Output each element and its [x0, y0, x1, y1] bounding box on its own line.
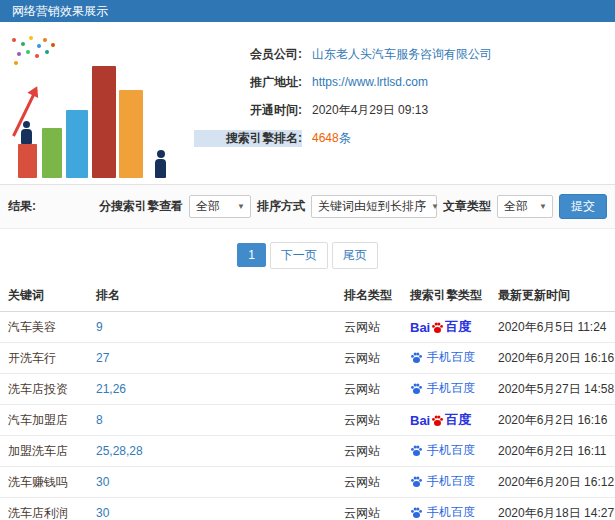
next-page-button[interactable]: 下一页: [270, 242, 328, 269]
time-cell: 2020年6月2日 16:16: [490, 405, 615, 436]
rank-type-cell: 云网站: [336, 436, 402, 467]
article-type-label: 文章类型: [443, 198, 491, 215]
paw-icon: [410, 382, 423, 395]
keyword-cell: 汽车美容: [0, 312, 88, 343]
rank-count-unit: 条: [339, 130, 351, 147]
mobile-baidu-logo: 手机百度: [410, 349, 475, 366]
info-row-rank-count: 搜索引擎排名: 4648条: [194, 124, 492, 152]
paw-icon: [410, 475, 423, 488]
table-row: 洗车店投资21,26云网站手机百度2020年5月27日 14:58: [0, 374, 615, 405]
time-cell: 2020年6月20日 16:12: [490, 467, 615, 498]
article-type-select[interactable]: 全部 ▼: [497, 195, 553, 218]
engine-cell: 手机百度: [402, 467, 490, 498]
paw-icon: [410, 351, 423, 364]
mobile-baidu-logo: 手机百度: [410, 504, 475, 520]
header-rank-type: 排名类型: [336, 280, 402, 312]
rankings-table: 关键词 排名 排名类型 搜索引擎类型 最新更新时间 汽车美容9云网站Bai百度2…: [0, 280, 615, 520]
top-section: 会员公司: 山东老人头汽车服务咨询有限公司 推广地址: https://www.…: [0, 22, 615, 184]
chart-bar: [42, 128, 62, 178]
rank-cell: 9: [88, 312, 336, 343]
header-update-time: 最新更新时间: [490, 280, 615, 312]
chevron-down-icon: ▼: [539, 202, 547, 211]
rank-cell: 25,28,28: [88, 436, 336, 467]
rank-cell: 30: [88, 467, 336, 498]
sort-select[interactable]: 关键词由短到长排序 ▼: [311, 195, 437, 218]
promo-url-label: 推广地址:: [194, 74, 302, 91]
time-cell: 2020年6月20日 16:16: [490, 343, 615, 374]
time-cell: 2020年6月18日 14:27: [490, 498, 615, 520]
engine-cell: 手机百度: [402, 374, 490, 405]
rank-type-cell: 云网站: [336, 405, 402, 436]
chart-bar: [119, 90, 143, 178]
info-row-company: 会员公司: 山东老人头汽车服务咨询有限公司: [194, 40, 492, 68]
table-row: 洗车赚钱吗30云网站手机百度2020年6月20日 16:12: [0, 467, 615, 498]
engine-filter-label: 分搜索引擎查看: [99, 198, 183, 215]
chart-bar: [66, 110, 88, 178]
person-figure: [155, 150, 166, 178]
result-label: 结果:: [8, 198, 36, 215]
open-time-label: 开通时间:: [194, 102, 302, 119]
page-1-button[interactable]: 1: [237, 243, 266, 267]
paw-icon: [431, 321, 444, 334]
table-row: 加盟洗车店25,28,28云网站手机百度2020年6月2日 16:11: [0, 436, 615, 467]
submit-button[interactable]: 提交: [559, 194, 607, 219]
rank-cell: 21,26: [88, 374, 336, 405]
open-time-value: 2020年4月29日 09:13: [312, 102, 428, 119]
chevron-down-icon: ▼: [431, 202, 439, 211]
engine-select-value: 全部: [196, 198, 220, 215]
baidu-logo: Bai百度: [410, 411, 471, 429]
header-rank: 排名: [88, 280, 336, 312]
header-keyword: 关键词: [0, 280, 88, 312]
time-cell: 2020年5月27日 14:58: [490, 374, 615, 405]
confetti-dots: [12, 38, 16, 42]
engine-cell: 手机百度: [402, 498, 490, 520]
mobile-baidu-logo: 手机百度: [410, 473, 475, 490]
last-page-button[interactable]: 尾页: [332, 242, 378, 269]
page-title: 网络营销效果展示: [12, 4, 108, 18]
engine-cell: Bai百度: [402, 405, 490, 436]
bar-chart-illustration: [6, 30, 178, 180]
chart-bar: [18, 144, 37, 178]
company-link[interactable]: 山东老人头汽车服务咨询有限公司: [312, 46, 492, 63]
table-row: 洗车店利润30云网站手机百度2020年6月18日 14:27: [0, 498, 615, 520]
rank-type-cell: 云网站: [336, 498, 402, 520]
sort-filter-label: 排序方式: [257, 198, 305, 215]
page: 网络营销效果展示 会员公司: 山东老人头汽车服务咨询有限公司 推广地址: htt…: [0, 0, 615, 520]
titlebar: 网络营销效果展示: [0, 0, 615, 22]
mobile-baidu-logo: 手机百度: [410, 380, 475, 397]
engine-select[interactable]: 全部 ▼: [189, 195, 251, 218]
filter-group: 分搜索引擎查看 全部 ▼ 排序方式 关键词由短到长排序 ▼ 文章类型 全部 ▼ …: [99, 194, 607, 219]
rank-count-label: 搜索引擎排名:: [194, 130, 302, 147]
keyword-cell: 洗车店利润: [0, 498, 88, 520]
rank-type-cell: 云网站: [336, 312, 402, 343]
baidu-logo: Bai百度: [410, 318, 471, 336]
rank-type-cell: 云网站: [336, 467, 402, 498]
info-row-url: 推广地址: https://www.lrtlsd.com: [194, 68, 492, 96]
rank-cell: 30: [88, 498, 336, 520]
table-body: 汽车美容9云网站Bai百度2020年6月5日 11:24开洗车行27云网站手机百…: [0, 312, 615, 520]
paw-icon: [410, 444, 423, 457]
member-info: 会员公司: 山东老人头汽车服务咨询有限公司 推广地址: https://www.…: [194, 30, 492, 184]
promo-url-link[interactable]: https://www.lrtlsd.com: [312, 75, 428, 89]
table-row: 汽车美容9云网站Bai百度2020年6月5日 11:24: [0, 312, 615, 343]
company-label: 会员公司:: [194, 46, 302, 63]
chevron-down-icon: ▼: [237, 202, 245, 211]
time-cell: 2020年6月2日 16:11: [490, 436, 615, 467]
table-row: 汽车加盟店8云网站Bai百度2020年6月2日 16:16: [0, 405, 615, 436]
paw-icon: [431, 414, 444, 427]
mobile-baidu-logo: 手机百度: [410, 442, 475, 459]
time-cell: 2020年6月5日 11:24: [490, 312, 615, 343]
table-row: 开洗车行27云网站手机百度2020年6月20日 16:16: [0, 343, 615, 374]
rank-cell: 27: [88, 343, 336, 374]
keyword-cell: 洗车店投资: [0, 374, 88, 405]
header-engine-type: 搜索引擎类型: [402, 280, 490, 312]
rank-type-cell: 云网站: [336, 343, 402, 374]
sort-select-value: 关键词由短到长排序: [318, 198, 426, 215]
info-row-open-time: 开通时间: 2020年4月29日 09:13: [194, 96, 492, 124]
chart-bar: [92, 66, 116, 178]
filter-bar: 结果: 分搜索引擎查看 全部 ▼ 排序方式 关键词由短到长排序 ▼ 文章类型 全…: [0, 184, 615, 229]
rank-count-value: 4648: [312, 131, 339, 145]
article-type-select-value: 全部: [504, 198, 528, 215]
keyword-cell: 洗车赚钱吗: [0, 467, 88, 498]
engine-cell: Bai百度: [402, 312, 490, 343]
